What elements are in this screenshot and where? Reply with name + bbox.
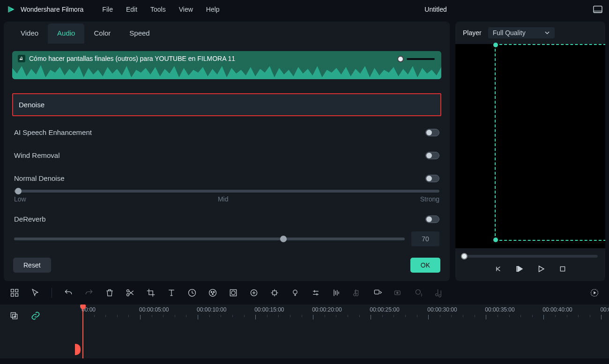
ruler-label: 00:00:20:00 [312, 306, 342, 313]
panels-icon[interactable] [9, 288, 20, 298]
slider-label-strong: Strong [420, 195, 439, 203]
clip-scrub-knob[interactable] [397, 56, 404, 62]
ruler-label: 00:00:35:00 [485, 306, 514, 313]
svg-rect-9 [15, 290, 18, 292]
menu-tools[interactable]: Tools [150, 6, 166, 13]
layout-toggle-icon[interactable] [593, 6, 602, 13]
detach-audio-icon[interactable] [352, 288, 362, 298]
label-ai-speech: AI Speech Enhancement [14, 128, 92, 136]
delete-icon[interactable] [104, 288, 115, 298]
ruler-label: 00:00:25:00 [370, 306, 399, 313]
svg-marker-5 [519, 267, 522, 272]
slider-dereverb[interactable] [14, 238, 405, 240]
quality-dropdown[interactable]: Full Quality [488, 27, 555, 38]
clip-scrub-track[interactable] [407, 58, 435, 60]
svg-rect-10 [11, 294, 14, 297]
player-scrub-knob[interactable] [461, 253, 468, 260]
toggle-wind-removal[interactable] [425, 152, 439, 159]
svg-point-23 [293, 290, 297, 294]
tab-speed[interactable]: Speed [120, 23, 159, 44]
menu-file[interactable]: File [102, 6, 113, 13]
menu-edit[interactable]: Edit [126, 6, 137, 13]
chroma-key-icon[interactable] [290, 288, 300, 298]
audio-sync-icon[interactable] [434, 288, 445, 298]
player-scrub-track[interactable] [463, 255, 598, 258]
audio-clip-preview[interactable]: Cómo hacer pantallas finales (outros) pa… [12, 51, 441, 79]
svg-rect-22 [273, 291, 276, 295]
reset-button[interactable]: Reset [13, 258, 51, 273]
svg-rect-11 [15, 294, 18, 297]
svg-rect-8 [11, 290, 14, 292]
value-dereverb[interactable]: 70 [411, 231, 439, 246]
svg-point-12 [127, 290, 129, 292]
tab-audio[interactable]: Audio [48, 23, 84, 44]
adjust-icon[interactable] [311, 288, 321, 298]
tab-video[interactable]: Video [11, 23, 48, 44]
ok-button[interactable]: OK [410, 258, 440, 273]
video-preview[interactable] [455, 44, 605, 248]
ruler-label: 00:00:10:00 [197, 306, 226, 313]
svg-point-27 [416, 290, 420, 294]
quality-value: Full Quality [493, 29, 526, 37]
play-segment-button[interactable] [515, 264, 524, 274]
slider-normal-denoise[interactable] [14, 190, 439, 193]
step-back-button[interactable] [493, 264, 503, 274]
ruler-label: 00:00:30:00 [427, 306, 457, 313]
play-button[interactable] [536, 264, 546, 274]
ruler-label: 00:00 [600, 306, 609, 313]
slider-knob-dereverb[interactable] [280, 236, 287, 242]
chevron-down-icon [544, 30, 550, 36]
ruler-label: 00:00:05:00 [139, 306, 169, 313]
slider-label-mid: Mid [218, 195, 229, 203]
svg-rect-24 [374, 290, 379, 294]
stop-button[interactable] [558, 264, 567, 274]
add-track-icon[interactable] [9, 311, 20, 321]
speech-to-text-icon[interactable] [372, 288, 383, 298]
text-icon[interactable] [166, 288, 177, 298]
toggle-dereverb[interactable] [425, 215, 439, 223]
playhead[interactable] [82, 305, 83, 358]
crop-rect[interactable] [495, 44, 605, 241]
ruler-label: 00:00:40:00 [542, 306, 572, 313]
svg-point-20 [231, 291, 235, 295]
mask-icon[interactable] [228, 288, 238, 298]
slider-knob-normal-denoise[interactable] [15, 188, 22, 194]
crop-icon[interactable] [146, 288, 156, 298]
menu-help[interactable]: Help [206, 6, 220, 13]
app-name: Wondershare Filmora [21, 6, 83, 13]
app-logo-icon [7, 5, 16, 14]
ruler-label: 00:00:15:00 [254, 306, 284, 313]
speed-icon[interactable] [187, 288, 197, 298]
label-wind-removal: Wind Removal [14, 151, 60, 159]
render-icon[interactable] [589, 288, 600, 298]
keyframe-icon[interactable] [249, 288, 259, 298]
tab-color[interactable]: Color [84, 23, 120, 44]
redo-icon[interactable] [84, 288, 94, 298]
undo-icon[interactable] [63, 288, 74, 298]
svg-marker-6 [539, 266, 544, 272]
voiceover-icon[interactable] [414, 288, 424, 298]
toggle-ai-speech[interactable] [425, 129, 439, 136]
clip-title: Cómo hacer pantallas finales (outros) pa… [29, 55, 235, 62]
color-icon[interactable] [208, 288, 218, 298]
svg-point-18 [212, 293, 214, 295]
label-normal-denoise: Normal Denoise [14, 174, 65, 182]
record-icon[interactable] [393, 288, 403, 298]
motion-track-icon[interactable] [269, 288, 280, 298]
player-title: Player [463, 29, 482, 37]
svg-point-26 [397, 292, 398, 293]
split-icon[interactable] [125, 288, 135, 298]
waveform-icon [12, 63, 441, 79]
section-denoise[interactable]: Denoise [12, 93, 441, 116]
menu-view[interactable]: View [179, 6, 193, 13]
cursor-icon[interactable] [30, 288, 40, 298]
svg-rect-3 [594, 10, 602, 13]
audio-adjust-icon[interactable] [331, 288, 342, 298]
link-icon[interactable] [31, 311, 41, 321]
document-title: Untitled [424, 6, 446, 13]
toggle-normal-denoise[interactable] [425, 175, 439, 182]
svg-point-13 [127, 294, 129, 296]
svg-rect-7 [560, 267, 564, 271]
svg-marker-29 [594, 291, 596, 295]
timeline-clip-stub[interactable] [75, 344, 81, 355]
